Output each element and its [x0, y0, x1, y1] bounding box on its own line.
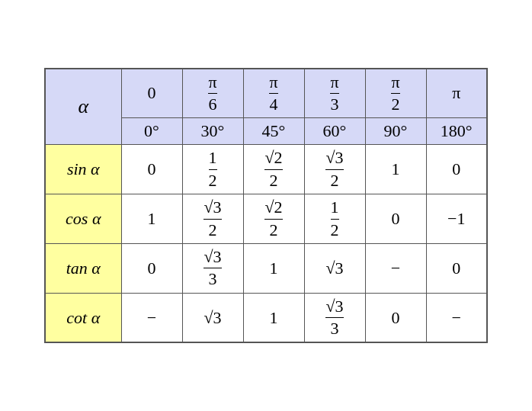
header-deg-30: 30°: [182, 118, 243, 145]
tan-0: 0: [121, 243, 182, 293]
trig-values-table: α 0 π 6 π 4 π 3 π 2 π: [44, 68, 488, 344]
header-0: 0: [121, 69, 182, 118]
header-deg-90: 90°: [365, 118, 426, 145]
sin-90: 1: [365, 145, 426, 194]
cot-180: −: [426, 293, 487, 342]
cos-30: √3 2: [182, 194, 243, 244]
sin-180: 0: [426, 145, 487, 194]
header-pi6: π 6: [182, 69, 243, 118]
sin-60: √3 2: [304, 145, 365, 194]
cot-60: √3 3: [304, 293, 365, 342]
tan-45: 1: [243, 243, 304, 293]
tan-60: √3: [304, 243, 365, 293]
header-pi3: π 3: [304, 69, 365, 118]
header-deg-0: 0°: [121, 118, 182, 145]
alpha-header: α: [45, 69, 121, 145]
header-deg-180: 180°: [426, 118, 487, 145]
cos-60: 1 2: [304, 194, 365, 244]
cot-45: 1: [243, 293, 304, 342]
sin-0: 0: [121, 145, 182, 194]
tan-30: √3 3: [182, 243, 243, 293]
cot-30: √3: [182, 293, 243, 342]
header-deg-45: 45°: [243, 118, 304, 145]
sin-label: sin α: [45, 145, 121, 194]
sin-30: 1 2: [182, 145, 243, 194]
cot-90: 0: [365, 293, 426, 342]
cot-label: cot α: [45, 293, 121, 342]
tan-label: tan α: [45, 243, 121, 293]
header-pi4: π 4: [243, 69, 304, 118]
header-pi: π: [426, 69, 487, 118]
cos-0: 1: [121, 194, 182, 244]
tan-90: −: [365, 243, 426, 293]
sin-45: √2 2: [243, 145, 304, 194]
header-pi2: π 2: [365, 69, 426, 118]
tan-180: 0: [426, 243, 487, 293]
header-deg-60: 60°: [304, 118, 365, 145]
cos-90: 0: [365, 194, 426, 244]
cos-label: cos α: [45, 194, 121, 244]
cot-0: −: [121, 293, 182, 342]
cos-180: −1: [426, 194, 487, 244]
cos-45: √2 2: [243, 194, 304, 244]
